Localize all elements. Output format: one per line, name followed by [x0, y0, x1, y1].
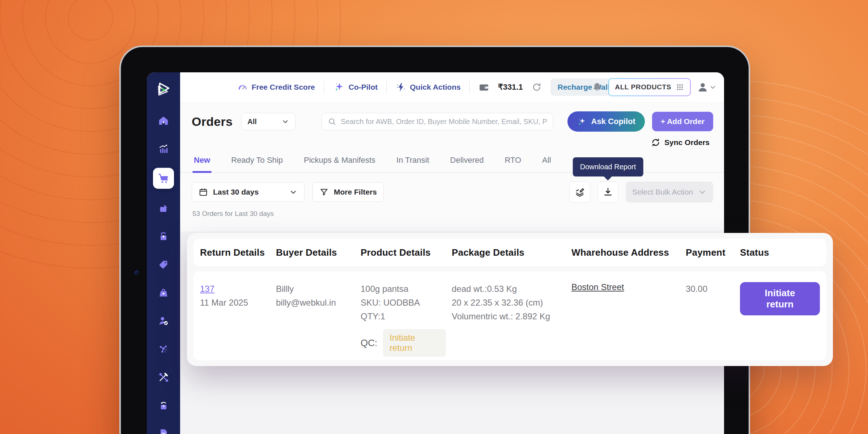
tab-in-transit[interactable]: In Transit	[396, 156, 429, 172]
tab-pickups-manifests[interactable]: Pickups & Manifests	[304, 156, 375, 172]
order-search	[322, 113, 553, 130]
qc-status-chip: Initiate return	[383, 329, 446, 357]
wallet-balance: ₹331.1	[498, 82, 523, 92]
chevron-down-icon	[698, 188, 707, 196]
wallet-icon	[478, 82, 489, 93]
logo-icon	[154, 81, 173, 99]
sync-orders-button[interactable]: Sync Orders	[651, 137, 710, 148]
returns-box-icon	[158, 202, 169, 214]
column-header-package-details: Package Details	[449, 247, 569, 258]
date-range-dropdown[interactable]: Last 30 days	[192, 182, 305, 202]
ask-copilot-button[interactable]: Ask Copilot	[567, 111, 645, 132]
sidebar-item-channels[interactable]	[154, 340, 173, 358]
tab-delivered[interactable]: Delivered	[450, 156, 484, 172]
sidebar-item-home[interactable]	[154, 111, 173, 129]
sidebar-item-tools[interactable]	[154, 368, 173, 386]
weight-icon	[158, 287, 169, 298]
sidebar-item-orders[interactable]	[153, 168, 174, 189]
more-filters-button[interactable]: More Filters	[312, 182, 384, 202]
buyer-name: Billly	[276, 282, 355, 296]
layers-edit-icon	[574, 187, 585, 197]
column-header-product-details: Product Details	[358, 247, 449, 258]
tab-rto[interactable]: RTO	[505, 156, 521, 172]
sidebar-item-buyers[interactable]	[154, 312, 173, 330]
analytics-icon	[158, 143, 169, 154]
sidebar-item-returns[interactable]	[154, 199, 173, 217]
column-header-buyer-details: Buyer Details	[273, 247, 358, 258]
sidebar-item-labels[interactable]	[154, 255, 173, 273]
all-products-selector[interactable]: ALL PRODUCTS	[608, 78, 691, 96]
header-actions: Ask Copilot + Add Order	[567, 111, 713, 132]
user-avatar-icon	[697, 81, 709, 93]
app-logo[interactable]	[153, 80, 174, 100]
credit-gauge-icon	[237, 82, 248, 93]
order-status-dropdown[interactable]: All	[241, 113, 295, 130]
calendar-icon	[199, 187, 208, 197]
free-credit-score-label: Free Credit Score	[252, 83, 315, 92]
table-row: 137 11 Mar 2025 Billly billy@webkul.in 1…	[193, 271, 826, 360]
sidebar-item-rto[interactable]	[154, 396, 173, 414]
quick-actions-link[interactable]: Quick Actions	[395, 82, 460, 93]
cell-product-details: 100g pantsa SKU: UODBBA QTY:1 QC: Initia…	[358, 282, 449, 360]
qc-label: QC:	[361, 337, 377, 349]
download-report-tooltip: Download Report	[573, 157, 643, 176]
orders-header-row: Orders All Ask Copilot + Add Order	[180, 102, 724, 134]
initiate-return-button[interactable]: Initiate return	[740, 282, 820, 315]
sidebar-item-weight[interactable]	[154, 284, 173, 302]
tablet-camera	[135, 271, 139, 275]
product-sku: SKU: UODBBA	[361, 296, 446, 310]
download-icon	[603, 187, 613, 197]
sidebar-item-analytics[interactable]	[154, 140, 173, 158]
buyer-verified-icon	[158, 315, 169, 327]
product-name: 100g pantsa	[361, 282, 446, 296]
lightning-icon	[395, 82, 406, 93]
topnav-right-group: ALL PRODUCTS	[592, 78, 717, 96]
label-tag-icon	[158, 259, 169, 270]
cell-warehouse-address: Boston Street	[569, 282, 683, 360]
bulk-action-placeholder: Select Bulk Action	[632, 188, 693, 196]
package-dimensions: 20 x 22.35 x 32.36 (cm)	[452, 296, 566, 310]
column-header-status: Status	[737, 247, 823, 258]
account-menu-button[interactable]	[697, 81, 717, 93]
refresh-icon	[532, 82, 542, 92]
divider	[469, 80, 470, 94]
document-icon	[158, 428, 169, 434]
sync-orders-label: Sync Orders	[664, 138, 710, 147]
download-report-button[interactable]	[597, 182, 618, 203]
tab-new[interactable]: New	[194, 156, 210, 172]
download-report-wrap: Download Report	[597, 182, 618, 203]
search-icon	[328, 117, 336, 126]
add-order-button[interactable]: + Add Order	[652, 112, 713, 131]
bulk-action-dropdown[interactable]: Select Bulk Action	[626, 182, 713, 203]
sync-row: Sync Orders	[180, 134, 724, 148]
bulk-edit-button[interactable]	[569, 182, 590, 203]
column-header-return-details: Return Details	[197, 247, 273, 258]
ask-copilot-label: Ask Copilot	[591, 117, 635, 126]
return-id-link[interactable]: 137	[200, 282, 214, 296]
sidebar	[147, 72, 180, 434]
cell-status: Initiate return	[737, 282, 823, 360]
copilot-sparkle-icon	[577, 116, 587, 127]
tooltip-label: Download Report	[580, 163, 636, 171]
sidebar-item-documents[interactable]	[154, 425, 173, 434]
all-products-label: ALL PRODUCTS	[615, 83, 671, 91]
free-credit-score-link[interactable]: Free Credit Score	[237, 82, 315, 93]
tab-all[interactable]: All	[542, 156, 551, 172]
bell-icon	[592, 82, 603, 93]
payment-amount: 30.00	[686, 282, 734, 296]
chevron-down-icon	[709, 83, 717, 91]
co-pilot-link[interactable]: Co-Pilot	[333, 81, 378, 93]
home-icon	[158, 115, 169, 126]
search-input[interactable]	[341, 118, 547, 126]
bulk-controls: Download Report Select Bulk Action	[569, 182, 713, 203]
chevron-down-icon	[289, 188, 298, 196]
tools-icon	[158, 371, 169, 383]
table-header-row: Return Details Buyer Details Product Det…	[193, 239, 826, 266]
buyer-email: billy@webkul.in	[276, 296, 355, 310]
sidebar-item-shipments[interactable]	[154, 227, 173, 245]
warehouse-link[interactable]: Boston Street	[571, 282, 624, 292]
notifications-button[interactable]	[592, 82, 603, 93]
quick-actions-label: Quick Actions	[410, 83, 460, 92]
tab-ready-to-ship[interactable]: Ready To Ship	[231, 156, 283, 172]
wallet-refresh-button[interactable]	[532, 82, 542, 92]
